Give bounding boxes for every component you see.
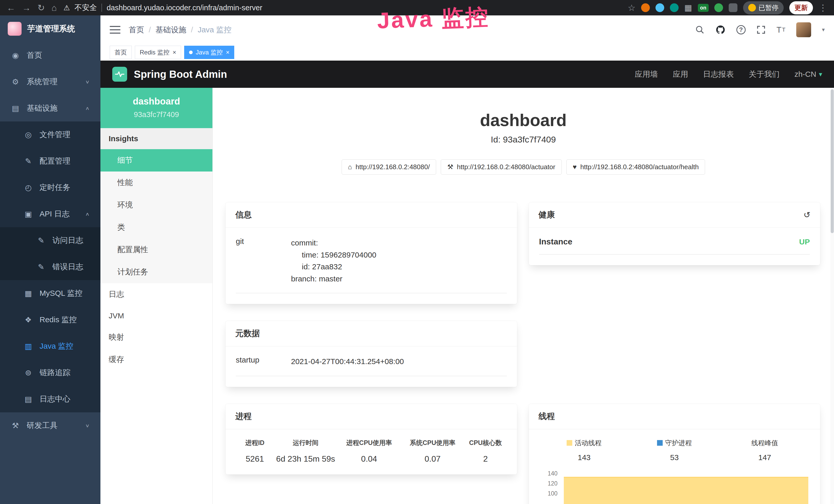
tab-label: 首页: [114, 48, 127, 56]
sidebar-fold-icon[interactable]: [110, 26, 120, 33]
breadcrumb-infra[interactable]: 基础设施: [155, 25, 198, 35]
sba-item-scheduled[interactable]: 计划任务: [101, 261, 213, 283]
info-card-title: 信息: [225, 202, 517, 228]
sidebar-item-infra[interactable]: ▤ 基础设施 ∧: [0, 95, 101, 121]
extension-teal-icon[interactable]: [670, 3, 679, 12]
breadcrumb-home[interactable]: 首页: [129, 25, 155, 35]
font-size-icon[interactable]: TT: [776, 25, 786, 35]
sba-item-metrics[interactable]: 性能: [101, 171, 213, 194]
sba-section-insights[interactable]: Insights: [101, 128, 213, 149]
user-avatar[interactable]: [796, 22, 811, 37]
git-time-line: time: 1596289704000: [291, 249, 507, 261]
extension-on-badge[interactable]: on: [698, 4, 709, 12]
avatar-caret-icon[interactable]: ▾: [822, 26, 825, 33]
active-dot-icon: [189, 51, 193, 54]
sba-logo-icon[interactable]: [112, 67, 127, 82]
sba-item-env[interactable]: 环境: [101, 194, 213, 216]
sidebar-item-java-monitor[interactable]: ▥ Java 监控: [0, 333, 101, 360]
metadata-value: 2021-04-27T00:44:31.254+08:00: [291, 356, 507, 368]
sidebar-item-file-manage[interactable]: ◎ 文件管理: [0, 121, 101, 148]
actuator-url: http://192.168.0.2:48080/actuator: [457, 163, 555, 171]
instance-header[interactable]: dashboard 93a3fc7f7409: [101, 88, 213, 128]
app-logo[interactable]: 芋道管理系统: [0, 16, 101, 42]
sba-nav-wallboard[interactable]: 应用墙: [635, 69, 658, 79]
extension-grid-icon[interactable]: ▦: [684, 3, 692, 13]
bookmark-star-icon[interactable]: ☆: [628, 3, 635, 12]
sba-item-details[interactable]: 细节: [101, 149, 213, 171]
tab-java-monitor[interactable]: Java 监控 ×: [184, 46, 234, 59]
search-icon[interactable]: [695, 25, 705, 35]
reload-icon[interactable]: ↻: [38, 3, 45, 12]
sidebar-item-devtools[interactable]: ⚒ 研发工具 ∨: [0, 412, 101, 439]
extension-leaf-icon[interactable]: [714, 3, 723, 12]
scrollbar-thumb[interactable]: [831, 89, 834, 233]
sidebar-item-label: 定时任务: [40, 182, 70, 193]
sidebar-item-redis-monitor[interactable]: ❖ Redis 监控: [0, 306, 101, 333]
chrome-menu-icon[interactable]: ⋮: [818, 3, 827, 12]
forward-icon[interactable]: →: [22, 3, 31, 12]
sidebar-item-system[interactable]: ⚙ 系统管理 ∨: [0, 69, 101, 95]
extension-fox-icon[interactable]: [641, 3, 650, 12]
help-icon[interactable]: ?: [737, 25, 746, 35]
git-branch-line: branch: master: [291, 273, 507, 285]
close-icon[interactable]: ×: [173, 49, 176, 56]
sidebar-item-error-log[interactable]: ✎ 错误日志: [0, 254, 101, 280]
legend-live-threads[interactable]: 活动线程: [539, 438, 630, 448]
scrollbar-track[interactable]: [830, 88, 834, 504]
sba-nav: 应用墙 应用 日志报表 关于我们 zh-CN ▾: [635, 69, 822, 79]
profile-paused-badge[interactable]: 已暂停: [743, 1, 784, 15]
file-icon: ◎: [24, 130, 33, 139]
sba-nav-applications[interactable]: 应用: [673, 69, 688, 79]
locale-select[interactable]: zh-CN ▾: [794, 70, 822, 78]
threads-chart: 140 120 100: [539, 473, 810, 504]
sba-item-classes[interactable]: 类: [101, 216, 213, 238]
sba-nav-journal[interactable]: 日志报表: [703, 69, 734, 79]
github-icon[interactable]: [715, 25, 726, 35]
sba-item-logfile[interactable]: 日志: [101, 283, 213, 305]
service-url-button[interactable]: ⌂ http://192.168.0.2:48080/: [342, 159, 436, 175]
legend-daemon-threads[interactable]: 守护进程: [629, 438, 720, 448]
sidebar-item-mysql-monitor[interactable]: ▦ MySQL 监控: [0, 280, 101, 306]
sidebar-item-access-log[interactable]: ✎ 访问日志: [0, 227, 101, 254]
sba-item-jvm[interactable]: JVM: [101, 305, 213, 326]
sba-item-mappings[interactable]: 映射: [101, 326, 213, 348]
sba-nav-about[interactable]: 关于我们: [749, 69, 780, 79]
sba-item-caches[interactable]: 缓存: [101, 348, 213, 371]
actuator-url-button[interactable]: ⚒ http://192.168.0.2:48080/actuator: [441, 159, 562, 175]
peak-threads-value: 147: [720, 453, 810, 462]
address-bar[interactable]: ⚠ 不安全 dashboard.yudao.iocoder.cn/infra/a…: [63, 3, 262, 13]
trace-icon: ⊚: [24, 368, 33, 377]
column-header: 运行时间: [274, 438, 337, 447]
extensions-puzzle-icon[interactable]: [729, 3, 738, 12]
info-value: commit: time: 1596289704000 id: 27aa832 …: [291, 237, 507, 285]
tab-redis-monitor[interactable]: Redis 监控 ×: [135, 46, 181, 59]
tab-home[interactable]: 首页: [110, 46, 132, 59]
metadata-key: startup: [236, 356, 291, 368]
sidebar-item-log-center[interactable]: ▤ 日志中心: [0, 386, 101, 412]
y-tick: 140: [539, 470, 557, 480]
history-icon[interactable]: ↺: [804, 210, 810, 220]
sidebar-item-trace[interactable]: ⊚ 链路追踪: [0, 360, 101, 386]
browser-home-icon[interactable]: ⌂: [52, 3, 57, 12]
database-icon: ▦: [24, 289, 33, 298]
sba-item-configprops[interactable]: 配置属性: [101, 238, 213, 261]
chevron-down-icon: ∨: [85, 79, 90, 85]
sba-brand-title[interactable]: Spring Boot Admin: [134, 69, 227, 80]
close-icon[interactable]: ×: [226, 49, 229, 56]
sidebar-item-api-log[interactable]: ▣ API 日志 ∧: [0, 201, 101, 227]
back-icon[interactable]: ←: [7, 3, 16, 12]
chrome-update-button[interactable]: 更新: [789, 1, 813, 15]
browser-chrome: ← → ↻ ⌂ ⚠ 不安全 dashboard.yudao.iocoder.cn…: [0, 0, 834, 16]
sidebar-item-home[interactable]: ◉ 首页: [0, 42, 101, 69]
legend-label: 守护进程: [665, 438, 692, 448]
chart-legend: 活动线程 守护进程 线程峰值: [539, 438, 810, 462]
fullscreen-icon[interactable]: [756, 25, 766, 35]
health-card-title: 健康: [539, 209, 555, 221]
sidebar-item-config-manage[interactable]: ✎ 配置管理: [0, 148, 101, 174]
question-mark-icon: ?: [737, 25, 746, 35]
clock-icon: ◴: [24, 183, 33, 192]
extension-drop-icon[interactable]: [656, 3, 664, 12]
sidebar-item-scheduled-job[interactable]: ◴ 定时任务: [0, 174, 101, 201]
health-url-button[interactable]: ♥ http://192.168.0.2:48080/actuator/heal…: [566, 159, 705, 175]
chevron-down-icon: ▾: [819, 70, 822, 78]
